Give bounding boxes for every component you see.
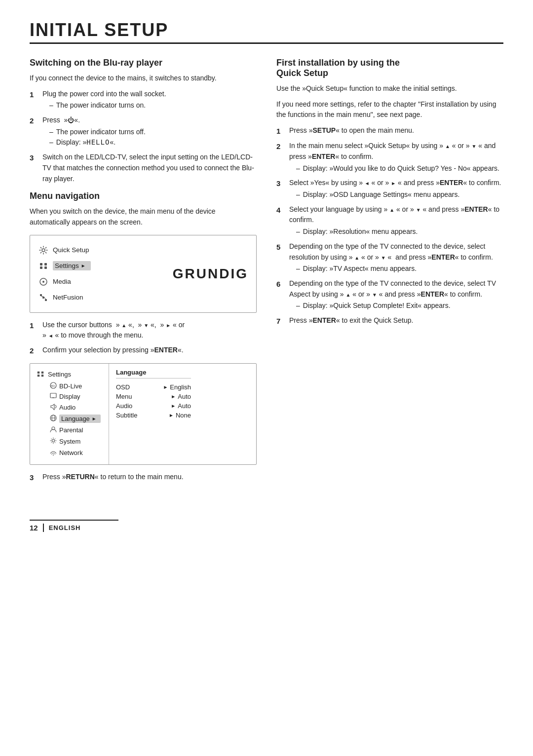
step-item: 3 Select »Yes« by using » ◄ « or » ► « a… [276,178,503,200]
section-menu-heading: Menu navigation [30,191,257,201]
step-text: Depending on the type of the TV connecte… [289,241,503,274]
step-subs: The power indicator turns on. [42,100,257,111]
step-number: 2 [30,345,40,356]
step-number: 2 [30,115,40,126]
step-number: 6 [276,278,287,290]
arrow-right-icon: ► [92,416,97,421]
svg-rect-14 [38,375,39,377]
arrow-right-icon: ► [171,394,176,399]
step-text: In the main menu select »Quick Setup« by… [289,141,503,174]
step-subs: Display: »Resolution« menu appears. [289,227,503,237]
lang-row-subtitle: Subtitle ► None [116,411,191,420]
menu-item-quick-setup: Quick Setup [38,242,158,258]
lang-icon [50,415,57,423]
step-text: Press »RETURN« to return to the main men… [42,472,257,483]
step-item: 3 Press »RETURN« to return to the main m… [30,472,257,483]
nav-steps: 1 Use the cursor buttons » ▲ «, » ▼ «, »… [30,320,257,357]
step-number: 7 [276,315,287,327]
step-sub-item: Display: »TV Aspect« menu appears. [296,264,503,274]
step-sub-item: The power indicator turns off. [49,127,257,138]
step-number: 2 [276,141,287,152]
step-number: 1 [276,125,287,137]
step-item: 2 Confirm your selection by pressing »EN… [30,345,257,356]
lang-row-osd: OSD ► English [116,382,191,392]
svg-rect-15 [41,375,43,377]
arrow-right-icon: ► [171,403,176,409]
menu-items: Quick Setup Sett [38,242,158,305]
svg-rect-7 [40,294,42,296]
step-item: 7 Press »ENTER« to exit the Quick Setup. [276,315,503,327]
step-number: 3 [30,472,40,483]
step-number: 5 [276,241,287,253]
diag2-item-parental: Parental [50,424,104,436]
step-sub-item: Display: »Would you like to do Quick Set… [296,163,503,174]
menu-label: Settings [55,262,79,269]
settings-icon [36,370,45,378]
menu-label: NetFusion [53,294,83,301]
page-number: 12 [30,524,44,532]
diag2-item-display: Display [50,391,104,402]
step-item: 2 Press »⏻«. The power indicator turns o… [30,115,257,148]
diag2-subitems: BD BD-Live Display [36,380,104,458]
lang-row-menu: Menu ► Auto [116,392,191,401]
step-item: 1 Press »SETUP« to open the main menu. [276,125,503,137]
step-number: 1 [30,320,40,331]
menu-label: Media [53,278,71,285]
diag2-item-bdlive: BD BD-Live [50,380,104,391]
svg-line-10 [41,296,43,297]
diag2-settings: Settings [36,370,104,378]
page-title: INITIAL SETUP [30,20,503,44]
section-switching-intro: If you connect the device to the mains, … [30,73,257,84]
svg-point-0 [42,249,45,252]
diag2-item-audio: Audio [50,402,104,413]
section-menu-nav: Menu navigation When you switch on the d… [30,191,257,483]
svg-point-24 [52,440,55,442]
step-sub-item: Display: »Resolution« menu appears. [296,227,503,237]
settings-selected: Settings ► [53,261,91,270]
svg-point-25 [53,454,54,455]
svg-rect-9 [45,299,47,301]
step-text: Confirm your selection by pressing »ENTE… [42,345,257,356]
diag2-item-language: Language ► [50,413,104,424]
quick-setup-intro2: If you need more settings, refer to the … [276,99,503,120]
step-item: 6 Depending on the type of the TV connec… [276,278,503,311]
section-quick-setup-heading: First installation by using theQuick Set… [276,58,503,78]
network-icon [50,449,57,457]
svg-rect-3 [40,266,42,269]
step-number: 3 [30,152,40,163]
step-item: 1 Plug the power cord into the wall sock… [30,89,257,111]
bd-icon: BD [50,382,57,390]
section-switching-on: Switching on the Blu-ray player If you c… [30,58,257,184]
step-number: 1 [30,89,40,100]
step-subs: Display: »Quick Setup Complete! Exit« ap… [289,301,503,311]
language-label: ENGLISH [49,524,81,531]
diag2-item-network: Network [50,447,104,458]
svg-rect-8 [42,297,44,299]
audio-icon [50,403,57,412]
language-panel-title: Language [116,369,191,378]
display-icon [50,393,57,400]
step-item: 4 Select your language by using » ▲ « or… [276,204,503,237]
diag2-item-system: System [50,436,104,447]
section-switching-heading: Switching on the Blu-ray player [30,58,257,68]
step-text: Select »Yes« by using » ◄ « or » ► « and… [289,178,503,200]
step-item: 1 Use the cursor buttons » ▲ «, » ▼ «, »… [30,320,257,341]
step-text: Press »⏻«. The power indicator turns off… [42,115,257,148]
step-text: Press »ENTER« to exit the Quick Setup. [289,315,503,326]
diag2-left-panel: Settings BD BD-Live [30,364,109,464]
lang-row-audio: Audio ► Auto [116,401,191,411]
gear-icon [38,245,49,256]
left-column: Switching on the Blu-ray player If you c… [30,58,257,490]
svg-rect-1 [40,263,42,265]
section-quick-setup: First installation by using theQuick Set… [276,58,503,327]
step-text: Plug the power cord into the wall socket… [42,89,257,111]
menu-item-media: Media [38,274,158,290]
menu-item-netfusion: NetFusion [38,290,158,305]
svg-rect-13 [41,372,43,374]
step-text: Depending on the type of the TV connecte… [289,278,503,311]
language-panel: Language OSD ► English Menu ► Auto Audio… [109,364,198,464]
svg-rect-18 [50,393,56,398]
step-sub-item: Display: »HELLO«. [49,137,257,148]
menu-diagram-2: Settings BD BD-Live [30,363,257,465]
step-subs: The power indicator turns off. Display: … [42,127,257,148]
